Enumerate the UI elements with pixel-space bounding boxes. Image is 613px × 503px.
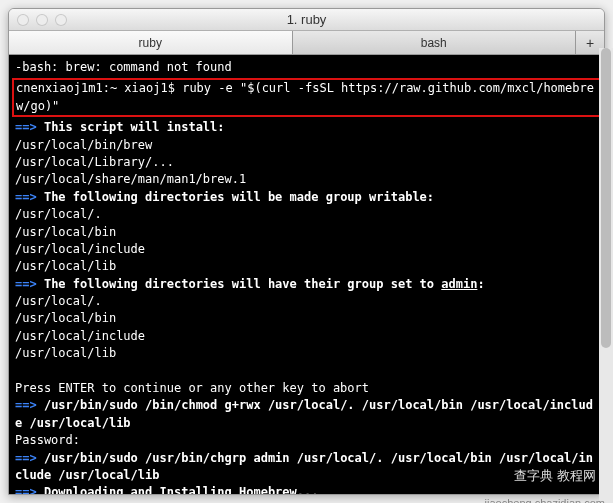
tabbar: ruby bash + [9,31,604,55]
path-line: /usr/local/bin [15,310,598,327]
path-line: /usr/local/Library/... [15,154,598,171]
arrow-icon: ==> [15,398,37,412]
output-line: ==> Downloading and Installing Homebrew.… [15,484,598,494]
path-line: /usr/local/lib [15,258,598,275]
arrow-icon: ==> [15,277,37,291]
path-line: /usr/local/bin [15,224,598,241]
watermark-text: 查字典 教程网 [514,467,596,486]
path-line: /usr/local/bin/brew [15,137,598,154]
scroll-thumb[interactable] [601,48,605,348]
output-line: ==> /usr/bin/sudo /usr/bin/chgrp admin /… [15,450,598,485]
arrow-icon: ==> [15,485,37,494]
path-line: /usr/local/share/man/man1/brew.1 [15,171,598,188]
error-line: -bash: brew: command not found [15,59,598,76]
titlebar: 1. ruby [9,9,604,31]
output-line: ==> /usr/bin/sudo /bin/chmod g+rwx /usr/… [15,397,598,432]
command-highlight: cnenxiaoj1m1:~ xiaoj1$ ruby -e "$(curl -… [12,78,601,117]
output-line: ==> This script will install: [15,119,598,136]
path-line: /usr/local/include [15,328,598,345]
blank-line [15,363,598,380]
arrow-icon: ==> [15,451,37,465]
path-line: /usr/local/. [15,206,598,223]
terminal-content[interactable]: -bash: brew: command not found cnenxiaoj… [9,55,604,494]
window-title: 1. ruby [287,12,327,27]
password-line: Password: [15,432,598,449]
maximize-button[interactable] [55,14,67,26]
arrow-icon: ==> [15,120,37,134]
prompt-line: cnenxiaoj1m1:~ xiaoj1$ ruby -e "$(curl -… [16,80,597,115]
path-line: /usr/local/. [15,293,598,310]
scrollbar[interactable] [599,48,605,495]
terminal-window: 1. ruby ruby bash + -bash: brew: command… [8,8,605,495]
close-button[interactable] [17,14,29,26]
output-line: ==> The following directories will have … [15,276,598,293]
path-line: /usr/local/lib [15,345,598,362]
press-enter-line: Press ENTER to continue or any other key… [15,380,598,397]
path-line: /usr/local/include [15,241,598,258]
traffic-lights [9,14,67,26]
minimize-button[interactable] [36,14,48,26]
tab-ruby[interactable]: ruby [9,31,293,54]
output-line: ==> The following directories will be ma… [15,189,598,206]
tab-bash[interactable]: bash [293,31,577,54]
watermark-url: jiaocheng.chazidian.com [485,497,605,503]
arrow-icon: ==> [15,190,37,204]
